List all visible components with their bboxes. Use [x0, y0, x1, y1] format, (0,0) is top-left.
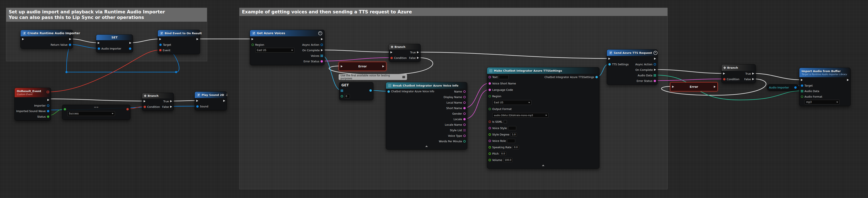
- imported-sound-wave-pin[interactable]: [47, 110, 49, 112]
- node-on-result-custom-event[interactable]: OnResult_Event Custom Event Importer Imp…: [14, 88, 51, 120]
- local-name-pin[interactable]: [463, 102, 466, 104]
- sound-pin[interactable]: [196, 105, 198, 108]
- array-in-pin[interactable]: [341, 89, 343, 92]
- short-name-pin[interactable]: [463, 107, 466, 109]
- node-branch-2[interactable]: Branch True Condition False: [389, 44, 421, 62]
- audio-format-dropdown[interactable]: mp3: [805, 100, 840, 105]
- node-get-azure-voices[interactable]: f Get Azure Voices Region Async Action E…: [250, 30, 324, 65]
- region-dropdown[interactable]: East US: [255, 48, 294, 53]
- style-degree-pin[interactable]: [489, 133, 491, 136]
- false-exec-pin[interactable]: [752, 78, 754, 80]
- exec-in-pin[interactable]: [391, 51, 392, 53]
- node-comment-bubble[interactable]: Use the first available voice for testin…: [339, 74, 407, 80]
- output-format-dropdown[interactable]: audio-16khz-32kbitrate-mono-mp3: [492, 113, 549, 118]
- exec-in-pin[interactable]: [251, 38, 253, 40]
- condition-pin[interactable]: [391, 57, 393, 59]
- exec-out-pin[interactable]: [69, 38, 71, 40]
- async-action-pin[interactable]: [654, 63, 656, 65]
- voice-type-pin[interactable]: [463, 135, 466, 137]
- output-format-pin[interactable]: [489, 108, 491, 110]
- condition-pin[interactable]: [723, 78, 725, 80]
- tts-settings-out-pin[interactable]: [595, 76, 598, 78]
- enum-value-dropdown[interactable]: Success: [67, 111, 115, 116]
- voice-role-pin[interactable]: [489, 140, 491, 142]
- condition-pin[interactable]: [144, 106, 146, 108]
- exec-in-pin[interactable]: [22, 38, 24, 40]
- audio-data-array-pin[interactable]: [801, 90, 803, 92]
- node-error-2[interactable]: Error: [670, 82, 718, 91]
- exec-in-pin[interactable]: [723, 73, 725, 75]
- exec-out-pin[interactable]: [129, 42, 131, 44]
- exec-in-pin[interactable]: [159, 38, 161, 40]
- exec-out-pin[interactable]: [847, 79, 849, 81]
- exec-in-pin[interactable]: [341, 65, 343, 67]
- node-break-azure-voice-info[interactable]: Break Chatbot Integrator Azure Voice Inf…: [386, 82, 467, 149]
- return-value-pin[interactable]: [69, 44, 71, 46]
- node-audio-importer-variable[interactable]: Audio Importer: [767, 84, 799, 91]
- reroute-node[interactable]: [65, 71, 67, 73]
- async-action-pin[interactable]: [320, 44, 323, 46]
- exec-in-pin[interactable]: [196, 100, 198, 102]
- node-error-1[interactable]: Error: [339, 62, 386, 71]
- true-exec-pin[interactable]: [417, 51, 419, 53]
- true-exec-pin[interactable]: [170, 100, 172, 102]
- exec-in-pin[interactable]: [98, 42, 100, 44]
- pitch-pin[interactable]: [489, 152, 491, 155]
- false-exec-pin[interactable]: [417, 57, 419, 59]
- audio-data-array-pin[interactable]: [654, 74, 656, 77]
- node-play-sound-2d[interactable]: f Play Sound 2D ♫ Sound: [194, 91, 227, 110]
- node-equal-enum[interactable]: == Success: [62, 105, 130, 120]
- target-pin[interactable]: [801, 84, 803, 87]
- style-degree-input[interactable]: 1.0: [511, 133, 517, 137]
- exec-out-pin[interactable]: [48, 99, 49, 101]
- reroute-node[interactable]: [175, 71, 177, 73]
- exec-out-pin[interactable]: [321, 38, 323, 40]
- node-array-get[interactable]: GET 0: [339, 82, 373, 100]
- language-code-pin[interactable]: [489, 89, 491, 91]
- exec-in-pin[interactable]: [609, 58, 610, 60]
- exec-out-pin[interactable]: [196, 38, 198, 40]
- index-input[interactable]: 0: [344, 94, 350, 98]
- words-per-minute-pin[interactable]: [463, 140, 466, 142]
- delegate-pin[interactable]: [47, 91, 49, 93]
- name-pin[interactable]: [463, 90, 466, 93]
- exec-out-pin[interactable]: [654, 58, 656, 60]
- error-status-pin[interactable]: [654, 80, 656, 82]
- volume-input[interactable]: 100.0: [503, 158, 513, 162]
- speaking-rate-input[interactable]: 0.0: [513, 145, 519, 149]
- exec-out-pin[interactable]: [223, 100, 225, 102]
- false-exec-pin[interactable]: [170, 106, 172, 108]
- region-pin[interactable]: [489, 95, 491, 97]
- volume-pin[interactable]: [489, 159, 491, 161]
- locale-name-pin[interactable]: [463, 123, 466, 126]
- true-exec-pin[interactable]: [752, 73, 754, 75]
- struct-in-pin[interactable]: [388, 90, 390, 93]
- style-list-array-pin[interactable]: [463, 129, 466, 132]
- is-ssml-pin[interactable]: [489, 120, 491, 123]
- comment-bubble-icon[interactable]: [402, 76, 405, 78]
- voice-style-pin[interactable]: [489, 127, 491, 129]
- exec-in-pin[interactable]: [801, 79, 803, 81]
- bool-result-pin[interactable]: [126, 108, 129, 110]
- node-branch-3[interactable]: Branch True Condition False: [721, 64, 756, 83]
- display-name-pin[interactable]: [463, 96, 466, 98]
- element-out-pin[interactable]: [369, 89, 372, 92]
- voice-role-input[interactable]: [507, 139, 515, 143]
- is-ssml-checkbox[interactable]: [504, 120, 507, 123]
- target-pin[interactable]: [159, 44, 162, 46]
- compare-a-pin[interactable]: [64, 108, 66, 110]
- text-input[interactable]: [499, 75, 508, 79]
- blueprint-graph-canvas[interactable]: Set up audio import and playback via Run…: [0, 0, 868, 198]
- node-create-runtime-audio-importer[interactable]: f Create Runtime Audio Importer Return V…: [21, 30, 73, 49]
- error-status-pin[interactable]: [320, 60, 323, 62]
- exec-in-pin[interactable]: [672, 86, 674, 88]
- node-make-azure-tts-settings[interactable]: Make Chatbot Integrator Azure TTSSetting…: [487, 67, 599, 169]
- speaking-rate-pin[interactable]: [489, 146, 491, 148]
- pitch-input[interactable]: 0.0: [500, 152, 506, 156]
- exec-in-pin[interactable]: [144, 100, 146, 102]
- collapse-chevron-icon[interactable]: [542, 165, 545, 166]
- locale-pin[interactable]: [463, 118, 466, 120]
- voice-style-input[interactable]: [508, 126, 516, 130]
- text-pin[interactable]: [489, 76, 491, 78]
- audio-format-pin[interactable]: [801, 95, 803, 98]
